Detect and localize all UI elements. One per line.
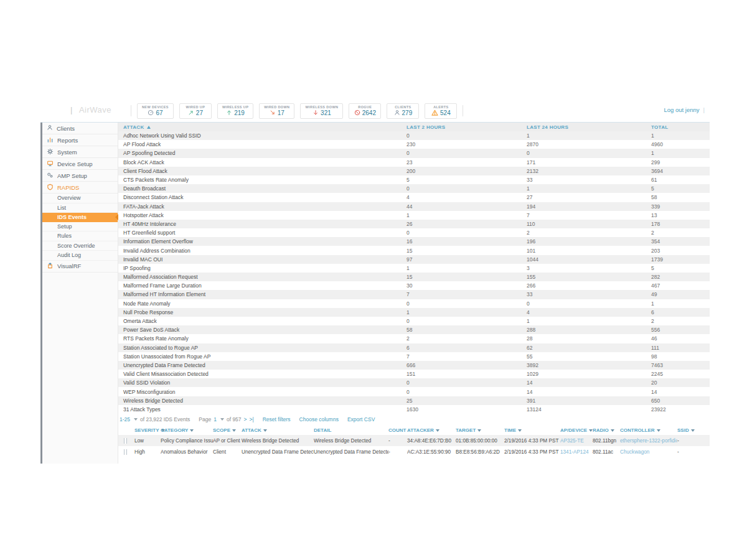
- attack-row[interactable]: Disconnect Station Attack 4 27 58: [118, 193, 710, 202]
- attack-row[interactable]: Valid Client Misassociation Detected 151…: [118, 370, 710, 378]
- attack-row[interactable]: Adhoc Network Using Valid SSID 0 1 1: [118, 131, 710, 140]
- attack-row[interactable]: Invalid Address Combination 15 101 203: [118, 246, 710, 254]
- column-header-total[interactable]: TOTAL: [646, 124, 710, 130]
- events-column-header-category[interactable]: CATEGORY: [161, 427, 213, 433]
- page-select[interactable]: 1: [214, 416, 217, 422]
- attack-name: Malformed Frame Large Duration: [118, 282, 402, 289]
- events-column-header-severity[interactable]: SEVERITY: [134, 427, 161, 433]
- attack-row[interactable]: Unencrypted Data Frame Detected 666 3892…: [118, 361, 710, 370]
- logo-separator: |: [70, 105, 73, 114]
- attack-row[interactable]: Node Rate Anomaly 0 0 1: [118, 299, 710, 308]
- attack-row[interactable]: Valid SSID Violation 0 14 20: [118, 378, 710, 387]
- wired-up-icon: [188, 110, 194, 116]
- attack-totals-row[interactable]: 31 Attack Types 1630 13124 23922: [118, 405, 710, 414]
- event-controller-link[interactable]: Chuckwagon: [620, 449, 677, 455]
- attack-row[interactable]: AP Spoofing Detected 0 0 1: [118, 149, 710, 157]
- sidebar-subitem-list[interactable]: List: [42, 203, 118, 213]
- attack-row[interactable]: Station Unassociated from Rogue AP 7 55 …: [118, 352, 710, 361]
- attack-row[interactable]: Station Associated to Rogue AP 6 62 111: [118, 343, 710, 352]
- rows-per-page-select[interactable]: 1-25: [120, 416, 130, 422]
- events-column-header-ap-device[interactable]: AP/DEVICE: [560, 427, 593, 433]
- events-column-header-count[interactable]: COUNT: [388, 427, 407, 433]
- sidebar-item-clients[interactable]: Clients: [42, 123, 118, 134]
- attack-row[interactable]: AP Flood Attack 230 2870 4960: [118, 140, 710, 149]
- attack-row[interactable]: WEP Misconfiguration 0 14 14: [118, 387, 710, 396]
- column-header-last-24-hours[interactable]: LAST 24 HOURS: [522, 124, 646, 130]
- stat-card-new-devices[interactable]: NEW DEVICES 67: [137, 103, 174, 119]
- attack-row[interactable]: Block ACK Attack 23 171 299: [118, 158, 710, 167]
- attack-row[interactable]: Information Element Overflow 16 196 354: [118, 237, 710, 246]
- sidebar-subitem-ids-events[interactable]: IDS Events: [42, 213, 118, 222]
- stat-card-wireless-up[interactable]: WIRELESS UP 219: [217, 103, 253, 119]
- sidebar-subitem-rules[interactable]: Rules: [42, 231, 118, 241]
- events-column-header-ssid[interactable]: SSID: [677, 427, 710, 433]
- column-header-last-2-hours[interactable]: LAST 2 HOURS: [402, 124, 522, 130]
- attack-row[interactable]: FATA-Jack Attack 44 194 339: [118, 202, 710, 211]
- events-column-header-target[interactable]: TARGET: [456, 427, 504, 433]
- events-column-header-attack[interactable]: ATTACK: [242, 427, 314, 433]
- event-row[interactable]: High Anomalous Behavior Client Unencrypt…: [118, 446, 710, 457]
- last-2-hours-value: 1: [402, 212, 522, 218]
- events-column-header-time[interactable]: TIME: [504, 427, 560, 433]
- sidebar-subitem-score-override[interactable]: Score Override: [42, 241, 118, 251]
- sidebar-item-visualrf[interactable]: VisualRF: [42, 261, 118, 273]
- sort-asc-icon: [147, 126, 151, 129]
- attack-row[interactable]: Omerta Attack 0 1 2: [118, 317, 710, 325]
- stat-card-wireless-down[interactable]: WIRELESS DOWN 321: [300, 103, 343, 119]
- attack-row[interactable]: Malformed HT Information Element 7 33 49: [118, 290, 710, 299]
- events-column-header-radio[interactable]: RADIO: [593, 427, 620, 433]
- sidebar-subitem-audit-log[interactable]: Audit Log: [42, 251, 118, 261]
- choose-columns-link[interactable]: Choose columns: [299, 416, 339, 422]
- attack-row[interactable]: Invalid MAC OUI 97 1044 1739: [118, 255, 710, 264]
- last-24-hours-value: 62: [522, 345, 646, 351]
- stat-card-rogue[interactable]: ROGUE 2642: [349, 103, 381, 119]
- sort-icon: [657, 429, 660, 432]
- sidebar-item-device-setup[interactable]: Device Setup: [42, 158, 118, 170]
- sidebar-item-system[interactable]: System: [42, 146, 118, 158]
- sort-icon: [263, 429, 267, 432]
- logout-link[interactable]: Log out jenny|: [664, 106, 705, 113]
- stat-card-alerts[interactable]: ALERTS 524: [425, 103, 457, 119]
- attack-row[interactable]: Deauth Broadcast 0 1 5: [118, 184, 710, 193]
- attack-row[interactable]: Malformed Association Request 15 155 282: [118, 273, 710, 281]
- attack-row[interactable]: RTS Packets Rate Anomaly 2 28 46: [118, 334, 710, 343]
- event-ap-device-link[interactable]: 1341-AP124: [560, 449, 593, 455]
- event-ap-device-link[interactable]: AP325-TE: [560, 438, 593, 444]
- stat-label: CLIENTS: [392, 105, 414, 109]
- event-controller-link[interactable]: ethersphere-1322-porfidio: [620, 438, 677, 444]
- attack-row[interactable]: Wireless Bridge Detected 25 391 650: [118, 396, 710, 405]
- top-header: |AirWave NEW DEVICES 67WIRED UP 27WIRELE…: [40, 100, 710, 123]
- last-page-button[interactable]: >|: [250, 416, 254, 422]
- export-csv-link[interactable]: Export CSV: [347, 416, 375, 422]
- attack-row[interactable]: HT 40MHz Intolerance 26 110 178: [118, 220, 710, 228]
- attack-row[interactable]: HT Greenfield support 0 2 2: [118, 228, 710, 237]
- attack-row[interactable]: Client Flood Attack 200 2132 3694: [118, 167, 710, 175]
- attack-row[interactable]: Null Probe Response 1 4 6: [118, 308, 710, 317]
- events-column-header-scope[interactable]: SCOPE: [213, 427, 242, 433]
- event-count: -: [388, 438, 407, 444]
- stat-card-wired-up[interactable]: WIRED UP 27: [179, 103, 212, 119]
- sidebar-item-reports[interactable]: Reports: [42, 134, 118, 146]
- attack-row[interactable]: Hotspotter Attack 1 7 13: [118, 211, 710, 220]
- sidebar-subitem-overview[interactable]: Overview: [42, 194, 118, 203]
- stat-card-wired-down[interactable]: WIRED DOWN 17: [259, 103, 294, 119]
- attack-row[interactable]: Power Save DoS Attack 58 288 556: [118, 325, 710, 334]
- events-column-header-attacker[interactable]: ATTACKER: [407, 427, 456, 433]
- sidebar-subitem-setup[interactable]: Setup: [42, 222, 118, 232]
- next-page-button[interactable]: >: [244, 416, 247, 422]
- sidebar-item-amp-setup[interactable]: AMP Setup: [42, 170, 118, 182]
- total-value: 46: [646, 335, 710, 342]
- stat-card-clients[interactable]: CLIENTS 279: [387, 103, 419, 119]
- column-header-attack[interactable]: ATTACK: [118, 124, 402, 130]
- events-column-header-controller[interactable]: CONTROLLER: [620, 427, 677, 433]
- events-column-header-detail[interactable]: DETAIL: [314, 427, 388, 433]
- reset-filters-link[interactable]: Reset filters: [263, 416, 291, 422]
- attack-row[interactable]: CTS Packets Rate Anomaly 5 33 61: [118, 175, 710, 184]
- attack-row[interactable]: Malformed Frame Large Duration 30 266 46…: [118, 281, 710, 290]
- row-checkbox[interactable]: [124, 438, 127, 444]
- attack-row[interactable]: IP Spoofing 1 3 5: [118, 264, 710, 273]
- stat-divider: [463, 105, 463, 116]
- sidebar-item-rapids[interactable]: RAPIDS: [42, 182, 118, 194]
- row-checkbox[interactable]: [124, 449, 127, 455]
- event-row[interactable]: Low Policy Compliance Issue AP or Client…: [118, 435, 710, 446]
